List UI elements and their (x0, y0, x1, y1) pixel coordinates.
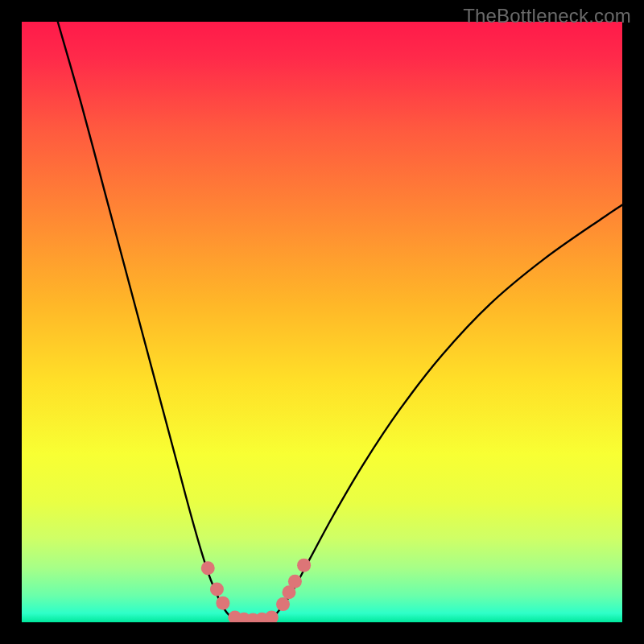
chart-background (22, 22, 622, 622)
curve-marker (210, 582, 224, 596)
curve-marker (201, 561, 215, 575)
plot-area (22, 22, 622, 622)
curve-marker (297, 559, 311, 572)
curve-marker (276, 597, 290, 611)
chart-frame: TheBottleneck.com (0, 0, 644, 644)
watermark-text: TheBottleneck.com (463, 5, 631, 27)
chart-svg (22, 22, 622, 622)
curve-marker (288, 575, 302, 588)
curve-marker (216, 597, 229, 610)
